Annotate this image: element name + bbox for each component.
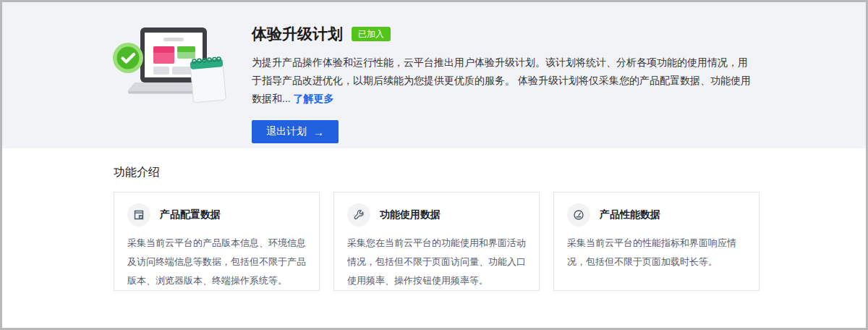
laptop-checkmark-illustration [107,18,229,109]
wrench-icon [347,203,370,227]
feature-cards: 产品配置数据 采集当前云平台的产品版本信息、环境信息及访问终端信息等数据，包括但… [114,192,866,291]
card-product-performance-data: 产品性能数据 采集当前云平台的性能指标和界面响应情况，包括但不限于页面加载时长等… [553,192,760,291]
exit-plan-button-label: 退出计划 [266,125,307,138]
exit-plan-button[interactable]: 退出计划 → [252,120,339,143]
checkmark-badge-graphic [113,43,143,73]
card-product-config-data: 产品配置数据 采集当前云平台的产品版本信息、环境信息及访问终端信息等数据，包括但… [114,192,320,291]
hero-banner: 体验升级计划 已加入 为提升产品操作体验和运行性能，云平台推出用户体验升级计划。… [2,2,866,148]
card-title: 产品性能数据 [600,208,660,221]
joined-status-badge: 已加入 [352,27,391,41]
card-title: 功能使用数据 [380,208,441,221]
card-title: 产品配置数据 [160,208,221,221]
plan-description: 为提升产品操作体验和运行性能，云平台推出用户体验升级计划。该计划将统计、分析各项… [252,54,754,108]
arrow-right-icon: → [313,127,324,138]
features-section-title: 功能介绍 [114,165,866,180]
page-title: 体验升级计划 [252,24,343,44]
learn-more-link[interactable]: 了解更多 [294,93,334,104]
card-description: 采集您在当前云平台的功能使用和界面活动情况，包括但不限于页面访问量、功能入口使用… [347,234,526,290]
card-description: 采集当前云平台的性能指标和界面响应情况，包括但不限于页面加载时长等。 [567,234,746,271]
card-feature-usage-data: 功能使用数据 采集您在当前云平台的功能使用和界面活动情况，包括但不限于页面访问量… [333,192,540,291]
features-section: 功能介绍 产品配置数据 采集当前云平台的产品版本信息、环境信息及访问终 [2,148,866,291]
notepad-graphic [190,57,226,103]
product-config-icon [127,203,150,227]
gauge-icon [567,203,590,227]
experience-upgrade-page: 体验升级计划 已加入 为提升产品操作体验和运行性能，云平台推出用户体验升级计划。… [0,0,868,330]
hero-content: 体验升级计划 已加入 为提升产品操作体验和运行性能，云平台推出用户体验升级计划。… [252,24,758,143]
card-description: 采集当前云平台的产品版本信息、环境信息及访问终端信息等数据，包括但不限于产品版本… [127,234,306,290]
